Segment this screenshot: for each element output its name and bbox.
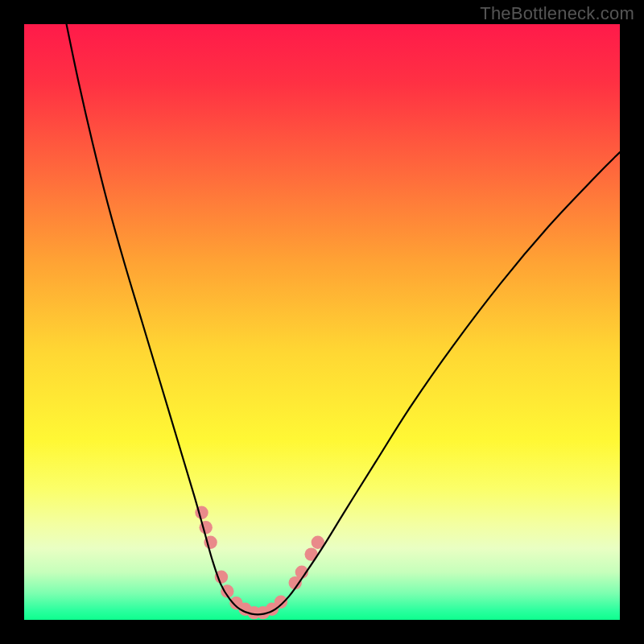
marker-dot <box>275 596 287 609</box>
curve-layer <box>24 24 620 620</box>
marker-group <box>195 506 324 620</box>
bottleneck-curve <box>67 24 620 614</box>
watermark: TheBottleneck.com <box>480 3 634 24</box>
chart-frame: TheBottleneck.com <box>0 0 644 644</box>
plot-area <box>24 24 620 620</box>
